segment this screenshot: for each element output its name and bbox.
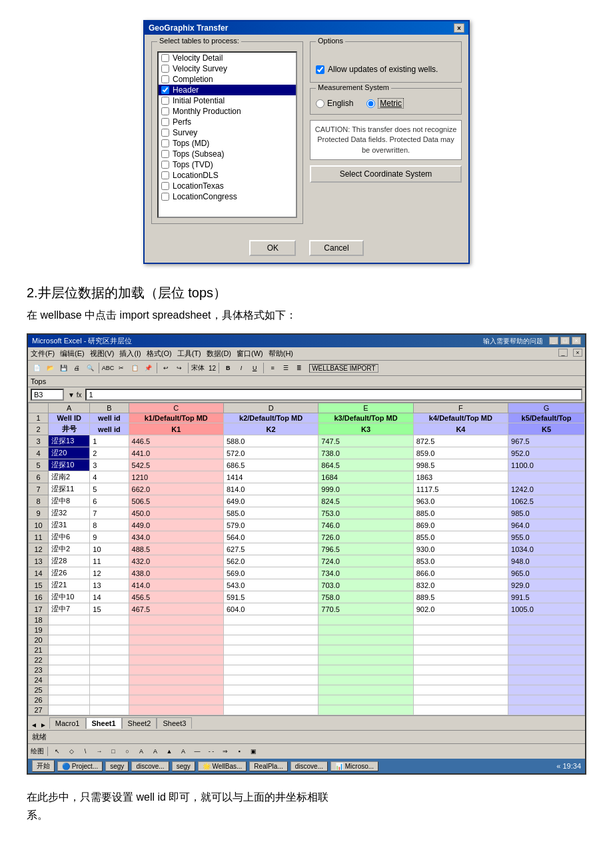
menu-window[interactable]: 窗口(W) — [237, 349, 263, 359]
formula-input[interactable] — [85, 389, 582, 401]
cell-27-d[interactable] — [223, 705, 318, 715]
checkbox-header[interactable] — [161, 86, 169, 94]
cell-26-g[interactable] — [508, 695, 585, 705]
cell-25-f[interactable] — [413, 685, 508, 695]
cell-14-f[interactable]: 866.0 — [413, 567, 508, 579]
cell-1g[interactable]: k5/Default/Top — [508, 413, 585, 423]
drawing-text-btn[interactable]: A — [135, 745, 147, 757]
cell-9-e[interactable]: 753.0 — [318, 507, 413, 519]
font-name[interactable]: 宋体 — [191, 363, 205, 373]
checkbox-tops-subsea[interactable] — [161, 150, 169, 158]
list-item-location-congress[interactable]: LocationCongress — [159, 191, 296, 202]
cell-21-a[interactable] — [49, 645, 90, 655]
drawing-select-btn[interactable]: ↖ — [51, 745, 63, 757]
cell-12-c[interactable]: 488.5 — [129, 543, 223, 555]
sheet-nav-right[interactable]: ► — [40, 721, 47, 729]
cell-18-f[interactable] — [413, 615, 508, 625]
underline-button[interactable]: U — [249, 362, 261, 374]
cell-20-e[interactable] — [318, 635, 413, 645]
cell-18-e[interactable] — [318, 615, 413, 625]
cell-5-b[interactable]: 3 — [90, 459, 129, 471]
drawing-oval-btn[interactable]: ○ — [121, 745, 133, 757]
cell-14-a[interactable]: 涩26 — [49, 567, 90, 579]
cell-4-f[interactable]: 859.0 — [413, 447, 508, 459]
cell-23-c[interactable] — [129, 665, 223, 675]
cell-7-c[interactable]: 662.0 — [129, 483, 223, 495]
new-button[interactable]: 📄 — [31, 362, 43, 374]
cell-15-d[interactable]: 543.0 — [223, 579, 318, 591]
cell-25-b[interactable] — [90, 685, 129, 695]
cell-22-b[interactable] — [90, 655, 129, 665]
cell-18-b[interactable] — [90, 615, 129, 625]
cell-5-a[interactable]: 涩探10 — [49, 459, 90, 471]
menu-insert[interactable]: 插入(I) — [119, 349, 141, 359]
cell-7-b[interactable]: 5 — [90, 483, 129, 495]
cell-10-a[interactable]: 涩31 — [49, 519, 90, 531]
align-center[interactable]: ☰ — [280, 362, 292, 374]
list-item-monthly-production[interactable]: Monthly Production — [159, 106, 296, 117]
cell-16-e[interactable]: 758.0 — [318, 591, 413, 603]
spell-check-button[interactable]: ABC — [102, 362, 114, 374]
cell-18-g[interactable] — [508, 615, 585, 625]
cell-26-f[interactable] — [413, 695, 508, 705]
cell-25-d[interactable] — [223, 685, 318, 695]
cell-16-b[interactable]: 14 — [90, 591, 129, 603]
cell-24-f[interactable] — [413, 675, 508, 685]
cell-17-g[interactable]: 1005.0 — [508, 603, 585, 615]
cell-25-e[interactable] — [318, 685, 413, 695]
cell-5-e[interactable]: 864.5 — [318, 459, 413, 471]
cell-2f[interactable]: K4 — [413, 423, 508, 435]
sheet-tab-macro1[interactable]: Macro1 — [49, 717, 86, 729]
cell-15-c[interactable]: 414.0 — [129, 579, 223, 591]
cell-20-d[interactable] — [223, 635, 318, 645]
cell-25-a[interactable] — [49, 685, 90, 695]
col-header-c[interactable]: C — [129, 403, 223, 413]
col-header-d[interactable]: D — [223, 403, 318, 413]
cell-23-a[interactable] — [49, 665, 90, 675]
checkbox-location-dls[interactable] — [161, 171, 169, 179]
cell-17-a[interactable]: 涩中7 — [49, 603, 90, 615]
excel-minimize-button[interactable]: _ — [549, 337, 558, 345]
cut-button[interactable]: ✂ — [115, 362, 127, 374]
checkbox-perfs[interactable] — [161, 118, 169, 126]
cell-3-d[interactable]: 588.0 — [223, 435, 318, 447]
cell-20-f[interactable] — [413, 635, 508, 645]
cell-24-e[interactable] — [318, 675, 413, 685]
cell-3-e[interactable]: 747.5 — [318, 435, 413, 447]
cell-14-g[interactable]: 965.0 — [508, 567, 585, 579]
list-item-header[interactable]: Header — [159, 85, 296, 95]
cell-26-b[interactable] — [90, 695, 129, 705]
list-item-survey[interactable]: Survey — [159, 127, 296, 138]
cell-1d[interactable]: k2/Default/Top MD — [223, 413, 318, 423]
cell-23-d[interactable] — [223, 665, 318, 675]
list-item-tops-md[interactable]: Tops (MD) — [159, 138, 296, 149]
list-item-initial-potential[interactable]: Initial Potential — [159, 95, 296, 106]
cell-1f[interactable]: k4/Default/Top MD — [413, 413, 508, 423]
cell-7-f[interactable]: 1117.5 — [413, 483, 508, 495]
cell-1b[interactable]: well id — [90, 413, 129, 423]
paste-button[interactable]: 📌 — [142, 362, 154, 374]
cell-12-f[interactable]: 930.0 — [413, 543, 508, 555]
cell-10-b[interactable]: 8 — [90, 519, 129, 531]
cell-27-f[interactable] — [413, 705, 508, 715]
name-box[interactable] — [31, 389, 64, 401]
cell-6-f[interactable]: 1863 — [413, 471, 508, 483]
cell-14-c[interactable]: 438.0 — [129, 567, 223, 579]
cell-2d[interactable]: K2 — [223, 423, 318, 435]
cell-9-g[interactable]: 985.0 — [508, 507, 585, 519]
cell-24-c[interactable] — [129, 675, 223, 685]
cell-11-c[interactable]: 434.0 — [129, 531, 223, 543]
cell-17-b[interactable]: 15 — [90, 603, 129, 615]
cell-21-c[interactable] — [129, 645, 223, 655]
cell-6-e[interactable]: 1684 — [318, 471, 413, 483]
cell-26-a[interactable] — [49, 695, 90, 705]
bold-button[interactable]: B — [222, 362, 234, 374]
menu-tools[interactable]: 工具(T) — [177, 349, 201, 359]
checkbox-velocity-detail[interactable] — [161, 54, 169, 62]
align-left[interactable]: ≡ — [267, 362, 279, 374]
cell-16-c[interactable]: 456.5 — [129, 591, 223, 603]
cell-24-g[interactable] — [508, 675, 585, 685]
redo-button[interactable]: ↪ — [173, 362, 185, 374]
italic-button[interactable]: I — [235, 362, 247, 374]
cell-16-d[interactable]: 591.5 — [223, 591, 318, 603]
